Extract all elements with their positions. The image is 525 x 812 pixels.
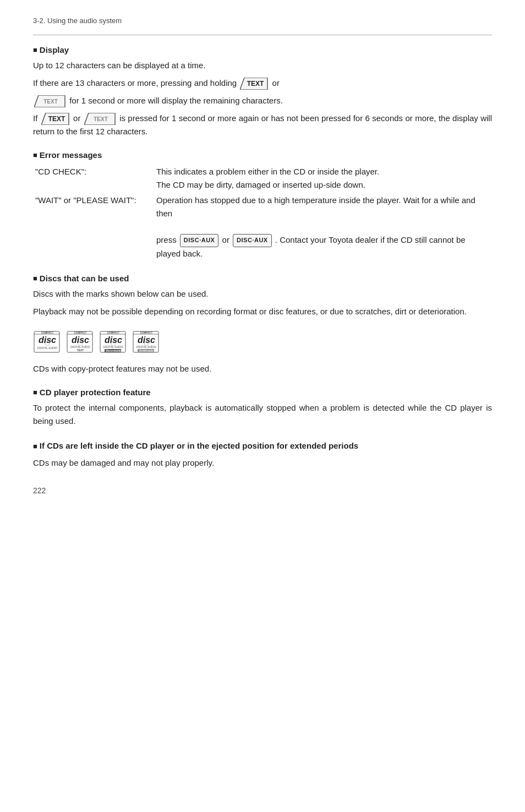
- discs-after-text: CDs with copy-protect features may not b…: [33, 362, 492, 375]
- section-header-display: Display: [33, 45, 492, 55]
- discs-p2: Playback may not be possible depending o…: [33, 305, 492, 318]
- section-error-messages: Error messages "CD CHECK": This indicate…: [33, 150, 492, 261]
- svg-text:TEXT: TEXT: [77, 348, 84, 352]
- discs-p1: Discs with the marks shown below can be …: [33, 287, 492, 301]
- section-cds-left: If CDs are left inside the CD player or …: [33, 440, 492, 470]
- svg-text:disc: disc: [39, 335, 56, 345]
- section-discs-used: Discs that can be used Discs with the ma…: [33, 274, 492, 375]
- error-desc-cd-check: This indicates a problem either in the C…: [154, 164, 492, 193]
- svg-text:TEXT: TEXT: [48, 115, 65, 123]
- svg-text:Recordable: Recordable: [106, 348, 121, 352]
- display-p2: If there are 13 characters or more, pres…: [33, 77, 492, 90]
- error-label-cd-check: "CD CHECK":: [33, 164, 154, 193]
- svg-text:DIGITAL AUDIO: DIGITAL AUDIO: [37, 346, 57, 350]
- divider: [33, 35, 492, 35]
- section-cd-protection: CD player protection feature To protect …: [33, 388, 492, 428]
- text-button-large[interactable]: TEXT: [240, 78, 269, 90]
- section-header-discs: Discs that can be used: [33, 274, 492, 283]
- error-row-wait: "WAIT" or "PLEASE WAIT": Operation has s…: [33, 193, 492, 261]
- display-p2b: TEXT for 1 second or more will display t…: [33, 94, 492, 107]
- disc-icon-1: COMPACT disc DIGITAL AUDIO: [33, 327, 62, 357]
- error-table: "CD CHECK": This indicates a problem eit…: [33, 164, 492, 261]
- display-p1: Up to 12 characters can be displayed at …: [33, 59, 492, 72]
- svg-text:COMPACT: COMPACT: [140, 331, 153, 334]
- error-row-cd-check: "CD CHECK": This indicates a problem eit…: [33, 164, 492, 193]
- svg-text:TEXT: TEXT: [43, 99, 58, 105]
- svg-text:disc: disc: [72, 335, 89, 345]
- error-desc-wait: Operation has stopped due to a high temp…: [154, 193, 492, 261]
- disc-icon-3: COMPACT disc DIGITAL AUDIO Recordable: [99, 327, 128, 357]
- section-header-cd-protection: CD player protection feature: [33, 388, 492, 397]
- cd-protection-p1: To protect the internal components, play…: [33, 401, 492, 428]
- svg-text:COMPACT: COMPACT: [107, 331, 120, 334]
- section-header-cds-left: If CDs are left inside the CD player or …: [33, 440, 492, 453]
- disc-icons-row: COMPACT disc DIGITAL AUDIO COMPACT disc …: [33, 327, 492, 357]
- svg-text:disc: disc: [105, 335, 122, 345]
- svg-text:ReWritable: ReWritable: [139, 348, 154, 352]
- disc-icon-4: COMPACT disc DIGITAL AUDIO ReWritable: [132, 327, 161, 357]
- display-p4: If TEXT or TEXT is pressed for 1 second …: [33, 112, 492, 138]
- disc-icon-2: COMPACT disc DIGITAL AUDIO TEXT: [66, 327, 95, 357]
- svg-text:COMPACT: COMPACT: [41, 331, 54, 334]
- error-label-wait: "WAIT" or "PLEASE WAIT":: [33, 193, 154, 261]
- svg-text:TEXT: TEXT: [247, 80, 264, 88]
- section-display: Display Up to 12 characters can be displ…: [33, 45, 492, 138]
- text-button-small[interactable]: TEXT: [34, 95, 66, 107]
- cds-left-p1: CDs may be damaged and may not play prop…: [33, 456, 492, 470]
- disc-aux-button-2[interactable]: DISC·AUX: [233, 234, 272, 247]
- text-button-large-2[interactable]: TEXT: [41, 113, 70, 125]
- page-number: 222: [33, 486, 492, 495]
- svg-text:COMPACT: COMPACT: [74, 331, 87, 334]
- svg-text:disc: disc: [138, 335, 155, 345]
- breadcrumb: 3-2. Using the audio system: [33, 17, 492, 25]
- section-header-error: Error messages: [33, 150, 492, 160]
- svg-text:TEXT: TEXT: [94, 116, 108, 122]
- disc-aux-button-1[interactable]: DISC·AUX: [180, 234, 219, 247]
- text-button-small-2[interactable]: TEXT: [84, 113, 116, 125]
